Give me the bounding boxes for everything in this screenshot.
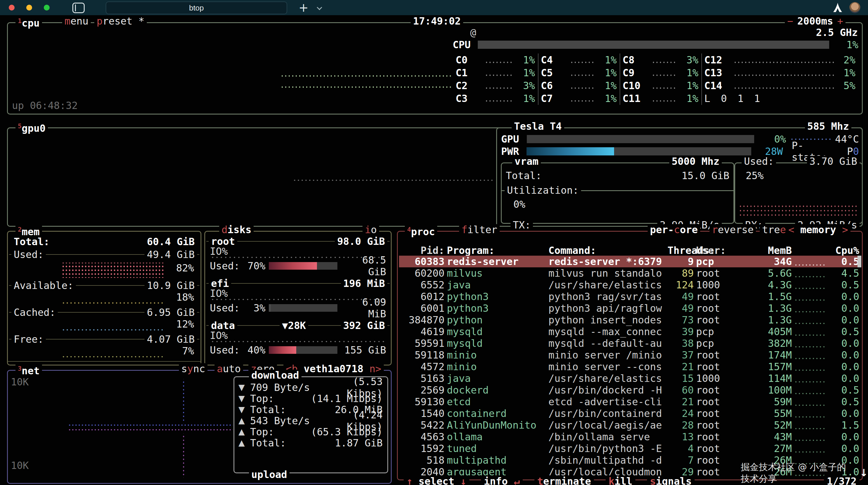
sort-next-button[interactable]: > <box>842 224 848 235</box>
info-control[interactable]: info ↵ <box>481 475 523 485</box>
disk-size: 98.0 GiB <box>335 235 387 247</box>
process-command: redis-server *:6379 <box>549 256 665 267</box>
interface-next-button[interactable]: n> <box>370 363 381 375</box>
network-box-title[interactable]: 3net <box>16 363 42 376</box>
close-window-button[interactable] <box>9 5 14 10</box>
process-row[interactable]: 59591 mysqld mysqld --default-au 38 pcp … <box>399 338 861 349</box>
process-row[interactable]: 4619 mysqld mysqld --max_connec 39 pcp 4… <box>399 326 861 338</box>
gpu-box-title[interactable]: 5gpu0 <box>16 121 48 134</box>
process-threads: 15 <box>668 372 694 384</box>
per-core-toggle[interactable]: per-core <box>648 224 700 235</box>
sort-column-selector[interactable]: < memory > <box>786 224 850 235</box>
process-threads: 4 <box>668 443 694 454</box>
disk-name: data <box>209 320 237 331</box>
column-pid[interactable]: Pid: <box>401 245 444 256</box>
column-program[interactable]: Program: <box>447 245 546 256</box>
process-scrollbar-thumb[interactable] <box>858 256 861 267</box>
process-row[interactable]: 384870 python python insert_nodes 73 roo… <box>399 314 861 326</box>
reverse-toggle[interactable]: reverse <box>710 224 756 235</box>
process-pid: 4572 <box>401 361 444 372</box>
process-row[interactable]: 2569 dockerd /usr/bin/dockerd -H 60 root… <box>399 384 861 396</box>
process-row[interactable]: 6012 python3 python3 rag/svr/tas 49 root… <box>399 291 861 303</box>
sort-prev-button[interactable]: < <box>788 224 794 235</box>
cpu-box-title[interactable]: 1cpu <box>16 16 42 29</box>
core-history-graph <box>485 99 514 102</box>
terminate-control[interactable]: terminate <box>534 475 594 485</box>
net-stat-row: ▼ 709 Byte/s (5.53 Kibps) <box>236 382 385 393</box>
vram-total-label: Total: <box>506 170 542 181</box>
core-percent: 1% <box>679 80 699 91</box>
cpu-core: C12 2% <box>701 54 858 66</box>
process-box-title[interactable]: 4proc <box>405 224 437 237</box>
io-mode-button[interactable]: io <box>363 224 379 235</box>
net-stat-row: ▲ 543 Byte/s (4.24 Kibps) <box>236 415 385 426</box>
interval-increase-button[interactable]: + <box>837 16 843 27</box>
column-user[interactable]: User: <box>696 245 749 256</box>
column-threads[interactable]: Threads: <box>668 245 694 256</box>
process-row[interactable]: 4563 ollama /bin/ollama serve 13 root 43… <box>399 431 861 443</box>
process-user: root <box>696 419 749 431</box>
process-cpu-history <box>794 298 826 302</box>
process-footer: ↑ select ↓ info ↵ terminate kill signals <box>404 475 694 485</box>
process-command: python insert_nodes <box>549 314 665 326</box>
process-program: mysqld <box>447 326 546 338</box>
memory-stat-graph <box>62 301 164 305</box>
process-row[interactable]: 1592 tuned /usr/bin/python3 -E 4 root 27… <box>399 443 861 454</box>
process-row[interactable]: 60200 milvus milvus run standalo 89 root… <box>399 267 861 279</box>
process-cpu-percent: 0.5 <box>832 256 859 267</box>
process-threads: 60 <box>668 384 694 396</box>
process-memory: 100M <box>751 384 792 396</box>
tree-toggle[interactable]: tree <box>760 224 788 235</box>
memory-stat-value: 60.4 GiB <box>145 236 197 248</box>
net-stat-row: ▼ Top: (14.1 Mibps) <box>236 393 385 404</box>
signals-control[interactable]: signals <box>647 475 694 485</box>
process-program: mysqld <box>447 338 546 349</box>
process-cpu-percent: 0.0 <box>832 338 859 349</box>
chevron-down-icon[interactable] <box>317 5 322 10</box>
new-tab-button[interactable]: + <box>297 1 310 15</box>
process-row[interactable]: 5422 AliYunDunMonito /usr/local/aegis/ae… <box>399 419 861 431</box>
column-command[interactable]: Command: <box>549 245 665 256</box>
core-history-graph <box>734 87 834 89</box>
process-memory: 55M <box>751 407 792 419</box>
process-row[interactable]: 60383 redis-server redis-server *:6379 9… <box>399 256 861 267</box>
memory-box-title[interactable]: 2mem <box>16 224 42 237</box>
process-row[interactable]: 5163 java /usr/share/elastics 15 1000 11… <box>399 372 861 384</box>
core-percent: 3% <box>516 80 535 91</box>
process-user: pcp <box>696 326 749 338</box>
process-memory: 5.6G <box>751 267 792 279</box>
preset-button[interactable]: preset * <box>94 16 147 27</box>
column-memb[interactable]: MemB <box>751 245 792 256</box>
process-threads: 49 <box>668 291 694 303</box>
cpu-core: C1 1% <box>453 66 538 79</box>
menu-button[interactable]: menu <box>62 16 91 27</box>
process-row[interactable]: 59130 etcd etcd -advertise-cli 21 root 5… <box>399 396 861 407</box>
minimize-window-button[interactable] <box>26 5 32 10</box>
process-row[interactable]: 6552 java /usr/share/elastics 124 1000 4… <box>399 279 861 291</box>
zoom-window-button[interactable] <box>44 5 50 10</box>
select-control[interactable]: ↑ select ↓ <box>404 475 469 485</box>
terminal-tab[interactable]: btop <box>106 1 287 14</box>
process-threads: 37 <box>668 349 694 361</box>
process-row[interactable]: 59118 minio minio server /minio 37 root … <box>399 349 861 361</box>
sync-button[interactable]: sync <box>179 363 208 374</box>
memory-stat: Total:60.4 GiB <box>9 236 199 249</box>
process-row[interactable]: 1540 containerd /usr/bin/containerd 24 r… <box>399 407 861 419</box>
kill-control[interactable]: kill <box>606 475 636 485</box>
process-memory: 382M <box>751 338 792 349</box>
process-memory: 1.5G <box>751 291 792 303</box>
load-average-cell: L 0 1 1 <box>701 92 858 105</box>
auto-button[interactable]: auto <box>215 363 243 374</box>
user-avatar[interactable] <box>849 2 860 13</box>
process-row[interactable]: 6001 python3 python3 api/ragflow 49 root… <box>399 303 861 314</box>
process-cpu-history <box>794 427 826 430</box>
disks-box-title[interactable]: disks <box>219 224 254 235</box>
core-name: C13 <box>704 67 731 79</box>
net-stat-label: Total: <box>250 404 286 416</box>
process-row[interactable]: 4572 minio minio server --cons 21 root 1… <box>399 361 861 372</box>
filter-button[interactable]: filter <box>459 224 500 235</box>
net-stat-row: ▲ Top: (65.3 Kibps) <box>236 426 385 437</box>
net-stat-rows: ▼ 709 Byte/s (5.53 Kibps) ▼ Top: (14.1 M… <box>236 382 385 449</box>
sidebar-toggle-icon[interactable] <box>72 3 85 13</box>
interval-decrease-button[interactable]: − <box>787 16 793 27</box>
